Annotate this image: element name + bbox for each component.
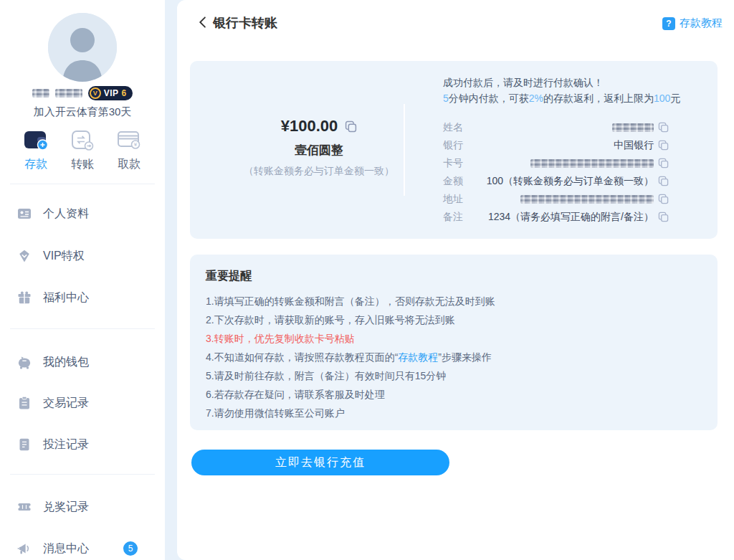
reminder-item: 7.请勿使用微信转账至公司账户 — [206, 404, 495, 422]
reminder-item-text: 4.不知道如何存款，请按照存款教程页面的“ — [206, 351, 398, 363]
withdraw-card-icon: ¥ — [117, 129, 141, 151]
username-row: V VIP 6 — [0, 86, 165, 100]
rebate-instruction: 5分钟内付款，可获2%的存款返利，返利上限为100元 — [443, 90, 680, 106]
copy-icon — [658, 140, 669, 151]
important-reminder-panel: 重要提醒 1.请填写正确的转账金额和附言（备注），否则存款无法及时到账 2.下次… — [190, 255, 718, 430]
payment-instructions: 成功付款后，请及时进行付款确认！ 5分钟内付款，可获2%的存款返利，返利上限为1… — [443, 75, 680, 106]
copy-icon — [658, 194, 669, 204]
amount-block: ¥100.00 壹佰圆整 （转账金额务必与订单金额一致） — [204, 61, 434, 239]
sidebar-item-profile[interactable]: 个人资料 — [0, 204, 165, 223]
vip-badge-level: 6 — [122, 88, 127, 98]
sidebar-item-wallet[interactable]: 我的钱包 — [0, 353, 165, 371]
vip-badge-text: VIP — [104, 88, 119, 98]
censored-value — [530, 159, 654, 168]
field-label: 卡号 — [443, 157, 463, 170]
divider — [10, 328, 155, 329]
sidebar-item-transactions[interactable]: 交易记录 — [0, 394, 165, 412]
page-title: 银行卡转账 — [213, 14, 277, 32]
copy-bank-button[interactable] — [658, 140, 669, 151]
copy-name-button[interactable] — [658, 122, 669, 133]
reminder-item: 4.不知道如何存款，请按照存款教程页面的“存款教程”步骤来操作 — [206, 348, 495, 366]
censored-username-part — [32, 89, 49, 98]
sidebar-item-messages[interactable]: 消息中心 5 — [0, 539, 165, 558]
withdraw-action-button[interactable]: ¥ 取款 — [109, 129, 149, 172]
rebate-cap: 100 — [654, 92, 670, 104]
reminder-item: 2.下次存款时，请获取新的账号，存入旧账号将无法到账 — [206, 310, 495, 329]
reminder-item-text: ”步骤来操作 — [438, 351, 492, 363]
field-row-amount: 金额 100（转账金额务必与订单金额一致） — [443, 172, 669, 190]
sidebar-item-label: VIP特权 — [43, 249, 85, 264]
vip-gem-icon — [17, 249, 32, 263]
field-row-name: 姓名 — [443, 118, 669, 136]
gift-icon — [17, 290, 32, 305]
transfer-action-label: 转账 — [71, 157, 94, 172]
amount-note: （转账金额务必与订单金额一致） — [204, 165, 434, 178]
sidebar-item-label: 兑奖记录 — [43, 500, 89, 515]
copy-remark-button[interactable] — [658, 212, 669, 222]
field-label: 地址 — [443, 193, 463, 206]
wallet-deposit-icon — [24, 129, 48, 151]
copy-icon — [658, 158, 669, 169]
chevron-left-icon — [196, 15, 210, 29]
amount-in-words: 壹佰圆整 — [204, 142, 434, 158]
copy-amount-button[interactable] — [345, 120, 357, 133]
piggy-bank-icon — [17, 355, 32, 369]
sidebar-item-label: 消息中心 — [43, 541, 89, 556]
field-value: 中国银行 — [614, 139, 654, 152]
field-row-bank: 银行 中国银行 — [443, 136, 669, 154]
avatar-placeholder-image — [48, 13, 117, 82]
divider — [10, 474, 155, 475]
copy-card-number-button[interactable] — [658, 158, 669, 169]
inline-tutorial-link[interactable]: 存款教程 — [398, 351, 438, 363]
sidebar-item-label: 交易记录 — [43, 396, 89, 411]
divider — [404, 104, 405, 196]
rebate-minutes: 5 — [443, 92, 449, 104]
reminder-list: 1.请填写正确的转账金额和附言（备注），否则存款无法及时到账 2.下次存款时，请… — [206, 292, 495, 422]
bank-detail-fields: 姓名 银行 中国银行 卡号 — [443, 118, 669, 226]
deposit-tutorial-link[interactable]: ? 存款教程 — [662, 16, 723, 30]
confirm-instruction: 成功付款后，请及时进行付款确认！ — [443, 75, 680, 90]
field-label: 金额 — [443, 175, 463, 188]
field-value: 100（转账金额务必与订单金额一致） — [487, 175, 654, 188]
transfer-action-button[interactable]: 转账 — [62, 129, 103, 172]
sidebar-item-betting-records[interactable]: 投注记录 — [0, 435, 165, 454]
betting-record-icon — [17, 437, 32, 452]
ticket-icon — [17, 500, 32, 514]
vip-emblem-icon: V — [90, 87, 101, 99]
copy-icon — [658, 212, 669, 222]
copy-icon — [658, 122, 669, 133]
deposit-action-button[interactable]: 存款 — [16, 129, 56, 172]
field-label: 银行 — [443, 139, 463, 152]
rebate-text: 的存款返利，返利上限为 — [543, 92, 654, 104]
yuan-glyph: ¥ — [133, 141, 138, 148]
back-button[interactable] — [196, 15, 210, 29]
sidebar-item-vip[interactable]: VIP特权 — [0, 247, 165, 265]
wallet-actions: 存款 转账 ¥ 取款 — [0, 129, 165, 172]
reminder-title: 重要提醒 — [206, 269, 252, 284]
payment-info-panel: ¥100.00 壹佰圆整 （转账金额务必与订单金额一致） 成功付款后，请及时进行… — [190, 61, 718, 239]
copy-amount-field-button[interactable] — [658, 176, 669, 186]
field-label: 备注 — [443, 211, 463, 224]
sidebar-item-redeem-records[interactable]: 兑奖记录 — [0, 498, 165, 516]
reminder-item-warning: 3.转账时，优先复制收款卡号粘贴 — [206, 329, 495, 348]
sidebar-item-label: 我的钱包 — [43, 355, 89, 370]
field-row-address: 地址 — [443, 190, 669, 208]
copy-address-button[interactable] — [658, 194, 669, 204]
reminder-item: 5.请及时前往存款，附言（备注）有效时间只有15分钟 — [206, 366, 495, 385]
message-count-badge: 5 — [123, 541, 138, 556]
rebate-percent: 2% — [529, 92, 543, 104]
deposit-action-label: 存款 — [24, 157, 47, 172]
rebate-text: 分钟内付款，可获 — [449, 92, 529, 104]
clipboard-icon — [17, 396, 32, 410]
censored-value — [612, 123, 654, 132]
avatar — [48, 13, 117, 82]
reminder-item: 1.请填写正确的转账金额和附言（备注），否则存款无法及时到账 — [206, 292, 495, 310]
tutorial-link-label: 存款教程 — [680, 16, 723, 30]
membership-duration-text: 加入开云体育第30天 — [0, 105, 165, 119]
field-row-card-number: 卡号 — [443, 154, 669, 172]
megaphone-icon — [17, 541, 32, 556]
field-row-remark: 备注 1234（请务必填写正确的附言/备注） — [443, 208, 669, 226]
app-root: V VIP 6 加入开云体育第30天 存款 — [0, 0, 734, 560]
go-to-bank-recharge-button[interactable]: 立即去银行充值 — [191, 450, 449, 475]
sidebar-item-welfare[interactable]: 福利中心 — [0, 288, 165, 307]
